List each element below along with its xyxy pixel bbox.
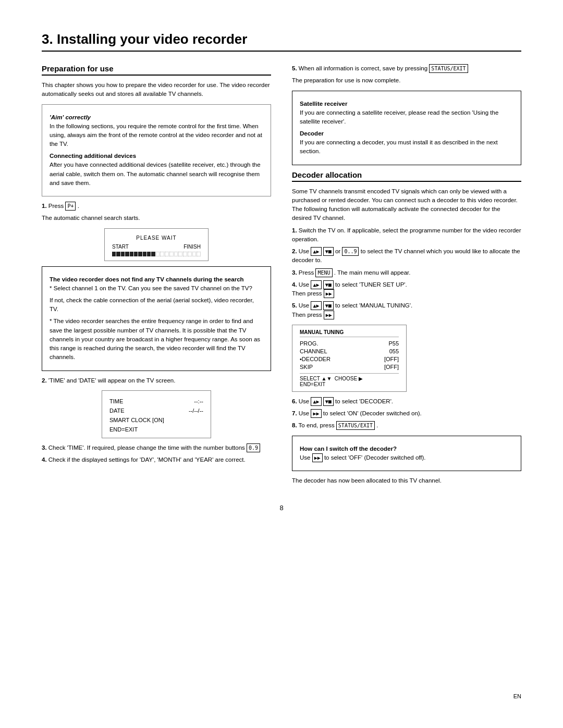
mt-row-decoder: •DECODER [OFF] [300, 356, 399, 362]
step3-text: Check 'TIME'. If required, please change… [48, 445, 245, 451]
d-step5-key3: ▶▶ [324, 311, 334, 319]
d-step1: 1. Switch the TV on. If applicable, sele… [292, 226, 521, 244]
d-step4-key1: ▲▶ [311, 280, 321, 289]
aim-title: 'Aim' correctly [50, 114, 263, 120]
step5-desc: The preparation for use is now complete. [292, 76, 521, 85]
decoder-title: Decoder [300, 130, 513, 137]
bar-seg-2 [116, 252, 120, 256]
bar-seg-11 [156, 252, 160, 256]
d-step8-text: To end, press [299, 422, 335, 428]
two-column-layout: Preparation for use This chapter shows y… [42, 64, 521, 488]
date-label: DATE [109, 408, 125, 414]
warning-text3: * The video recorder searches the entire… [50, 317, 263, 362]
d-step6: 6. Use ▲▶ ▼■ to select 'DECODER'. [292, 397, 521, 406]
d-step6-key2: ▼■ [323, 397, 334, 406]
how-text1: Use [300, 454, 310, 461]
warning-text1: * Select channel 1 on the TV. Can you se… [50, 284, 263, 293]
mt-skip-value: [OFF] [384, 364, 399, 370]
d-step7-key: ▶▶ [311, 409, 321, 418]
bar-seg-9 [147, 252, 151, 256]
progress-labels: START FINISH [112, 244, 201, 250]
step1-number: 1. [42, 203, 47, 209]
smart-clock-label: SMART CLOCK [ON] [109, 417, 164, 423]
step1: 1. Press P+ . [42, 202, 271, 211]
time-value: --:-- [194, 398, 203, 404]
d-step5-key2: ▼■ [323, 301, 334, 310]
d-step8-suffix: . [376, 422, 378, 428]
step4-number: 4. [42, 456, 47, 463]
step1-suffix: . [78, 203, 79, 209]
mt-channel-label: CHANNEL [300, 348, 327, 354]
connecting-title: Connecting additional devices [50, 153, 263, 159]
progress-bar [112, 252, 201, 256]
warning-text2: If not, check the cable connection of th… [50, 296, 263, 314]
mt-row-prog: PROG. P55 [300, 340, 399, 347]
d-step2: 2. Use ▲▶ ▼■ or 0..9 to select the TV ch… [292, 247, 521, 265]
d-step5-suffix: to select 'MANUAL TUNING'. [335, 302, 412, 309]
d-step4-text: Use [299, 281, 309, 288]
end-exit-label: END=EXIT [109, 426, 203, 433]
bar-seg-16 [178, 252, 182, 256]
mt-skip-label: SKIP [300, 364, 313, 370]
d-step3-text: Press [299, 269, 314, 276]
bar-seg-19 [192, 252, 197, 256]
how-to-box: How can I switch off the decoder? Use ▶▶… [292, 436, 521, 471]
step1-key: P+ [65, 202, 76, 211]
how-key: ▶▶ [312, 453, 323, 462]
language-label: EN [513, 693, 521, 699]
how-text: Use ▶▶ to select 'OFF' (Decoder switched… [300, 453, 513, 462]
d-step2-key1: ▲▶ [311, 247, 321, 256]
time-row: TIME --:-- [109, 398, 203, 404]
warning-box: The video recorder does not find any TV … [42, 266, 271, 371]
d-step1-text: Switch the TV on. If applicable, select … [292, 227, 521, 242]
mt-footer: SELECT ▲▼ CHOOSE ▶ END=EXIT [300, 373, 399, 387]
step5-number: 5. [292, 65, 297, 71]
d-step8-number: 8. [292, 422, 297, 428]
clock-box: TIME --:-- DATE --/--/-- SMART CLOCK [ON… [102, 390, 211, 438]
connecting-text: After you have connected additional devi… [50, 161, 263, 188]
bar-seg-17 [183, 252, 187, 256]
d-step8: 8. To end, press STATUS/EXIT . [292, 421, 521, 430]
bar-seg-4 [125, 252, 129, 256]
warning-title: The video recorder does not find any TV … [50, 276, 263, 282]
d-step5: 5. Use ▲▶ ▼■ to select 'MANUAL TUNING'. … [292, 301, 521, 319]
d-step4-number: 4. [292, 281, 297, 288]
finish-label: FINISH [183, 244, 201, 250]
page-number: 8 [42, 504, 521, 512]
mt-footer-line2: END=EXIT [300, 381, 399, 387]
satellite-text: If you are connecting a satellite receiv… [300, 108, 513, 127]
bar-seg-5 [130, 252, 133, 256]
bar-seg-6 [134, 252, 138, 256]
d-step2-key2: ▼■ [323, 247, 334, 256]
d-step2-text: Use [299, 248, 309, 254]
chapter-title: 3. Installing your video recorder [42, 31, 521, 52]
decoder-text: If you are connecting a decoder, you mus… [300, 138, 513, 156]
mt-decoder-label: •DECODER [300, 356, 331, 362]
mt-row-channel: CHANNEL 055 [300, 348, 399, 354]
please-wait-label: PLEASE WAIT [112, 235, 201, 241]
conclusion-text: The decoder has now been allocated to th… [292, 476, 521, 485]
d-step1-number: 1. [292, 227, 297, 233]
mt-footer-line1: SELECT ▲▼ CHOOSE ▶ [300, 376, 399, 381]
mt-header: MANUAL TUNING [300, 329, 399, 337]
bar-seg-15 [174, 252, 178, 256]
bar-seg-18 [188, 252, 192, 256]
date-value: --/--/-- [189, 408, 203, 414]
mt-decoder-value: [OFF] [384, 356, 399, 362]
page: 3. Installing your video recorder Prepar… [0, 0, 563, 728]
d-step4-key3: ▶▶ [324, 289, 334, 298]
d-step4-key2: ▼■ [323, 280, 334, 289]
step5-text: When all information is correct, save by… [299, 65, 427, 71]
bar-seg-3 [121, 252, 125, 256]
step1-label: Press [48, 203, 64, 209]
step2-text: 'TIME' and 'DATE' will appear on the TV … [48, 377, 176, 384]
d-step3-key: MENU [315, 268, 332, 277]
bar-seg-1 [112, 252, 116, 256]
step3-key: 0.9 [247, 443, 260, 452]
section-title-preparation: Preparation for use [42, 64, 271, 76]
mt-prog-value: P55 [388, 340, 399, 347]
start-label: START [112, 244, 129, 250]
intro-text: This chapter shows you how to prepare th… [42, 81, 271, 99]
bar-seg-13 [165, 252, 169, 256]
d-step5-then: Then press [292, 312, 322, 318]
